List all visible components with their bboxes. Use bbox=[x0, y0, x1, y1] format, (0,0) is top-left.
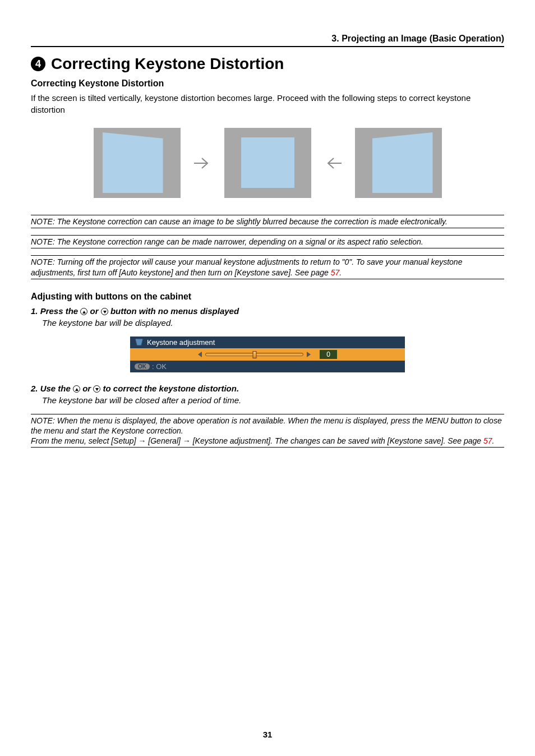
down-button-icon bbox=[101, 308, 108, 315]
note-1: NOTE: The Keystone correction can cause … bbox=[31, 215, 504, 228]
slider-right-icon bbox=[307, 352, 311, 357]
down-button-icon-2 bbox=[93, 385, 100, 393]
step-2-b: to correct the keystone distortion. bbox=[100, 384, 239, 393]
step-1-mid: or bbox=[87, 306, 100, 316]
sub-heading-2: Adjusting with buttons on the cabinet bbox=[31, 292, 504, 302]
step-1-desc: The keystone bar will be displayed. bbox=[42, 318, 504, 328]
note-2: NOTE: The Keystone correction range can … bbox=[31, 235, 504, 248]
note-4-b1: From the menu, select [Setup] bbox=[31, 436, 138, 445]
ok-pill-icon: OK bbox=[135, 363, 150, 370]
keystone-label: Keystone adjustment bbox=[147, 338, 215, 347]
square-center-icon bbox=[241, 137, 294, 188]
step-2-desc: The keystone bar will be closed after a … bbox=[42, 395, 504, 405]
up-button-icon bbox=[80, 308, 87, 315]
note-4-line1: NOTE: When the menu is displayed, the ab… bbox=[31, 416, 504, 436]
step-1-b: button with no menus displayed bbox=[108, 306, 239, 316]
arrow-icon: → bbox=[138, 436, 146, 445]
note-3-text-a: NOTE: Turning off the projector will cau… bbox=[31, 257, 462, 276]
note-4-b4: . bbox=[492, 436, 495, 445]
keystone-ui-header: Keystone adjustment bbox=[130, 336, 405, 348]
diagram-box-left bbox=[94, 128, 181, 198]
slider-track bbox=[205, 353, 303, 356]
slider-left-icon bbox=[198, 352, 202, 357]
diagram-box-center bbox=[224, 128, 311, 198]
section-header: 3. Projecting an Image (Basic Operation) bbox=[31, 34, 504, 47]
page-link-57b[interactable]: 57 bbox=[483, 436, 492, 445]
page-link-57a[interactable]: 57 bbox=[331, 268, 340, 277]
note-4-line2: From the menu, select [Setup] → [General… bbox=[31, 436, 504, 446]
svg-marker-0 bbox=[135, 339, 143, 345]
note-3: NOTE: Turning off the projector will cau… bbox=[31, 255, 504, 279]
main-title: 4 Correcting Keystone Distortion bbox=[31, 55, 504, 73]
body-text: If the screen is tilted vertically, keys… bbox=[31, 92, 504, 116]
keystone-ui-footer: OK : OK bbox=[130, 361, 405, 372]
note-4: NOTE: When the menu is displayed, the ab… bbox=[31, 414, 504, 448]
trapezoid-right-icon bbox=[372, 132, 433, 193]
page-number: 31 bbox=[0, 730, 535, 739]
step-2-mid: or bbox=[80, 384, 93, 393]
keystone-shape-icon bbox=[135, 338, 144, 346]
step-2-a: 2. Use the bbox=[31, 384, 73, 393]
slider-value: 0 bbox=[320, 350, 337, 359]
step-2: 2. Use the or to correct the keystone di… bbox=[31, 384, 504, 393]
slider-handle bbox=[252, 351, 256, 358]
arrow-left-icon bbox=[324, 155, 343, 172]
ok-label: : OK bbox=[152, 362, 167, 371]
note-4-b2: [General] bbox=[146, 436, 182, 445]
note-4-b3: [Keystone adjustment]. The changes can b… bbox=[191, 436, 483, 445]
up-button-icon-2 bbox=[73, 385, 80, 393]
trapezoid-left-icon bbox=[103, 132, 163, 193]
title-number-icon: 4 bbox=[31, 57, 45, 71]
keystone-slider-row: 0 bbox=[130, 348, 405, 361]
diagram-box-right bbox=[355, 128, 442, 198]
arrow-icon-2: → bbox=[183, 436, 191, 445]
step-1: 1. Press the or button with no menus dis… bbox=[31, 306, 504, 316]
arrow-right-icon bbox=[193, 155, 212, 172]
keystone-adjustment-ui: Keystone adjustment 0 OK : OK bbox=[130, 336, 405, 372]
step-1-a: 1. Press the bbox=[31, 306, 80, 316]
note-3-text-b: . bbox=[339, 268, 342, 277]
keystone-diagram bbox=[31, 128, 504, 198]
main-title-text: Correcting Keystone Distortion bbox=[51, 55, 284, 73]
sub-heading-1: Correcting Keystone Distortion bbox=[31, 79, 504, 89]
